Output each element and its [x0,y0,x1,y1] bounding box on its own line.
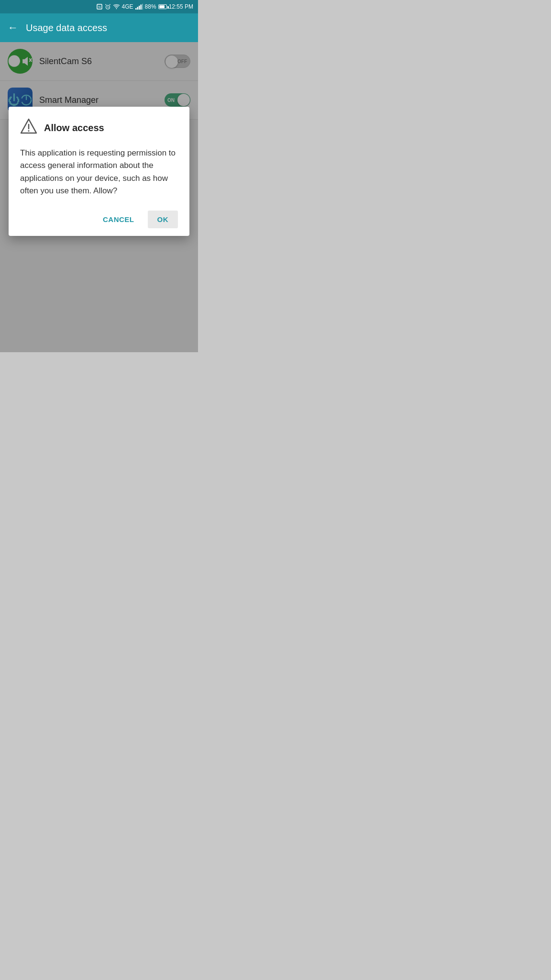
alert-triangle-icon [20,118,37,134]
clock: 12:55 PM [169,3,193,10]
top-bar: ← Usage data access [0,13,198,42]
allow-access-dialog: Allow access This application is request… [9,107,189,236]
dialog-buttons: CANCEL OK [20,211,178,228]
nfc-icon: N [96,3,103,10]
dialog-body: This application is requesting permissio… [20,147,178,197]
cancel-button[interactable]: CANCEL [93,211,144,228]
main-content: SilentCam S6 OFF Smart Manager ON [0,42,198,352]
svg-rect-7 [135,8,137,10]
svg-rect-10 [140,5,142,10]
status-icons: N 4GE 88% 12:55 [96,3,193,10]
dialog-title: Allow access [44,122,104,134]
status-bar: N 4GE 88% 12:55 [0,0,198,13]
svg-rect-11 [142,4,143,10]
warning-icon [20,118,37,137]
svg-line-5 [105,4,106,5]
alarm-icon [105,4,111,10]
page-title: Usage data access [26,22,107,33]
svg-line-6 [110,4,110,5]
signal-icon [135,4,143,10]
battery-percent: 88% [145,3,156,10]
svg-rect-8 [137,7,138,10]
back-button[interactable]: ← [8,22,18,34]
svg-text:N: N [98,5,100,9]
svg-rect-9 [139,6,140,10]
dialog-title-row: Allow access [20,118,178,137]
ok-button[interactable]: OK [148,211,178,228]
network-indicator: 4GE [122,3,133,10]
battery-icon [158,4,167,9]
wifi-icon [113,4,120,10]
svg-point-19 [28,130,30,132]
